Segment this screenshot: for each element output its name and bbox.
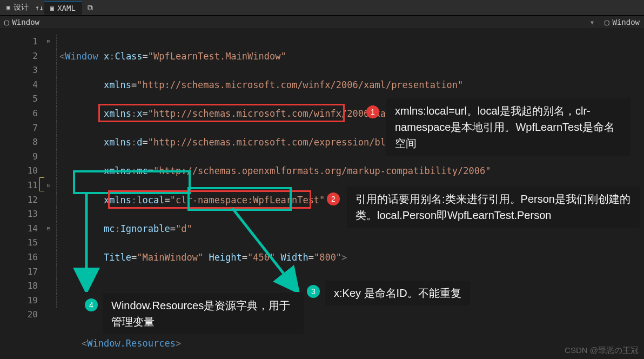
design-icon: ▣ (6, 4, 10, 11)
breadcrumb-right[interactable]: ▢ Window (605, 18, 640, 26)
annotation-num-1: 1 (366, 105, 379, 118)
popout-icon[interactable]: ⧉ (88, 3, 93, 12)
breadcrumb-left[interactable]: ▢ Window (4, 18, 591, 26)
annotation-4: Window.Resources是资源字典，用于管理变量 (103, 293, 304, 334)
indent-guides (54, 29, 59, 359)
annotation-num-3: 3 (307, 285, 320, 298)
tab-xaml[interactable]: ▣ XAML (44, 1, 82, 15)
annotation-num-2: 2 (327, 192, 340, 205)
fold-icon[interactable]: ⊟ (43, 178, 54, 193)
watermark: CSDN @罪恶の王冠 (565, 345, 639, 356)
xaml-icon: ▣ (50, 4, 54, 12)
fold-icon[interactable]: ⊟ (43, 222, 54, 236)
editor-tabs: ▣ 设计 ↑↓ ▣ XAML ⧉ (0, 0, 644, 16)
annotation-3: x:Key 是命名ID。不能重复 (325, 281, 470, 305)
tab-design[interactable]: ▣ 设计 (0, 1, 35, 15)
fold-column: ⊟ ⊟ ⊟ (43, 29, 54, 359)
fold-icon[interactable]: ⊟ (43, 35, 54, 49)
dropdown-icon[interactable]: ▼ (591, 19, 594, 25)
breadcrumb-bar: ▢ Window ▼ ▢ Window (0, 16, 644, 29)
annotation-1: xmlns:local=url。local是我起的别名，clr-namespac… (386, 98, 630, 156)
line-gutter: 1234567891011121314151617181920 (0, 29, 43, 359)
bracket-marker (39, 177, 44, 191)
tab-xaml-label: XAML (57, 4, 76, 12)
annotation-2: 引用的话要用别名:类来进行引用。Person是我们刚创建的类。local.Per… (347, 187, 640, 228)
tab-design-label: 设计 (14, 3, 29, 12)
window-icon: ▢ (4, 18, 9, 26)
breadcrumb-right-label: Window (612, 18, 640, 26)
swap-icon[interactable]: ↑↓ (35, 4, 44, 12)
annotation-num-4: 4 (85, 298, 98, 311)
breadcrumb-left-label: Window (12, 18, 39, 26)
window-icon: ▢ (605, 18, 609, 26)
